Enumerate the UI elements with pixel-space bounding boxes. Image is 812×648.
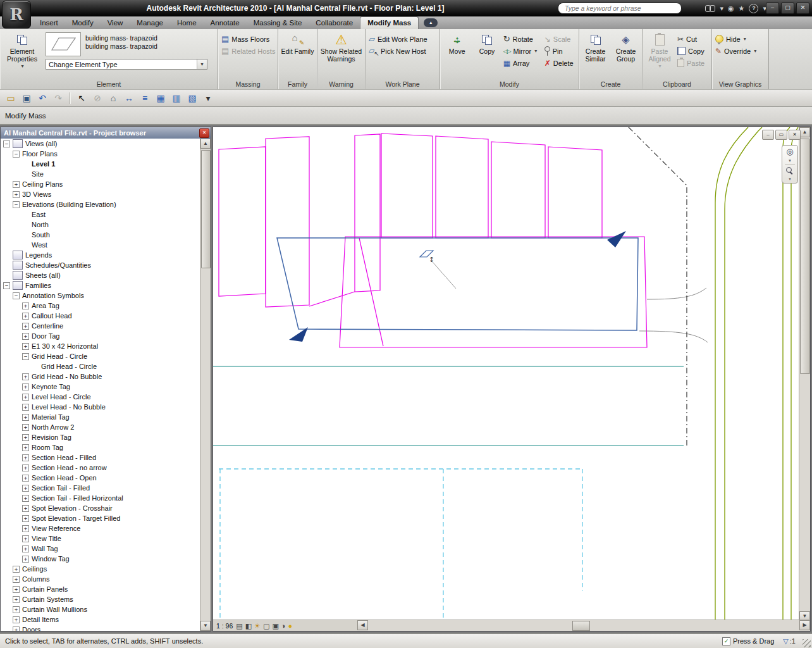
canvas-hscroll-thumb[interactable] xyxy=(572,621,590,631)
tab-annotate[interactable]: Annotate xyxy=(204,17,247,29)
tree-item-area-tag[interactable]: +Area Tag xyxy=(1,301,200,311)
application-menu-button[interactable]: R xyxy=(2,1,31,28)
toolbar-dropdown-icon[interactable]: ▾ xyxy=(201,91,215,105)
expand-icon[interactable]: + xyxy=(22,302,29,309)
tree-item-sheets-all[interactable]: Sheets (all) xyxy=(1,270,200,280)
help-search-box[interactable] xyxy=(558,3,682,14)
tree-item-east[interactable]: East xyxy=(1,209,200,220)
tab-modify-mass[interactable]: Modify Mass xyxy=(360,16,419,29)
pin-button[interactable]: Pin xyxy=(543,45,577,57)
paste-aligned-button[interactable]: Paste Aligned ▾ xyxy=(644,30,675,78)
project-browser-close-icon[interactable]: ✕ xyxy=(199,128,209,138)
expand-icon[interactable]: + xyxy=(22,383,29,390)
tree-item-south[interactable]: South xyxy=(1,230,200,240)
tree-item-floor-plans[interactable]: −Floor Plans xyxy=(1,149,200,159)
expand-icon[interactable]: + xyxy=(22,475,29,482)
tree-item-revision-tag[interactable]: +Revision Tag xyxy=(1,432,200,442)
tree-item-ceiling-plans[interactable]: +Ceiling Plans xyxy=(1,179,200,189)
expand-icon[interactable]: + xyxy=(22,535,29,542)
undo-icon[interactable]: ↶ xyxy=(35,91,49,105)
help-icon[interactable]: ? xyxy=(749,4,758,13)
collapse-icon[interactable]: − xyxy=(3,140,10,147)
expand-icon[interactable]: + xyxy=(22,525,29,532)
visibility-graphics-icon[interactable]: ▧ xyxy=(185,91,199,105)
pick-new-host-button[interactable]: ▱↖ Pick New Host xyxy=(367,45,429,57)
save-icon[interactable]: ▣ xyxy=(20,91,34,105)
tree-item-annotation-symbols[interactable]: −Annotation Symbols xyxy=(1,290,200,301)
tree-item-north-arrow-2[interactable]: +North Arrow 2 xyxy=(1,422,200,432)
drawing-canvas[interactable]: ↕ xyxy=(213,127,801,621)
tree-item-schedules-quantities[interactable]: Schedules/Quantities xyxy=(1,260,200,270)
tab-insert[interactable]: Insert xyxy=(33,17,65,29)
expand-icon[interactable]: + xyxy=(22,323,29,330)
communication-center-icon[interactable]: ◉ xyxy=(728,3,734,14)
search-binoculars-icon[interactable] xyxy=(705,5,715,11)
expand-icon[interactable]: + xyxy=(22,485,29,492)
minimize-button[interactable]: – xyxy=(766,3,779,14)
tab-view[interactable]: View xyxy=(101,17,130,29)
tree-item-curtain-wall-mullions[interactable]: +Curtain Wall Mullions xyxy=(1,604,200,614)
show-related-warnings-button[interactable]: ⚠ Show Related Warnings xyxy=(319,30,364,78)
scroll-up-icon[interactable]: ▲ xyxy=(200,139,211,149)
tree-item-site[interactable]: Site xyxy=(1,169,200,179)
browser-scroll-thumb[interactable] xyxy=(201,150,211,268)
temporary-hide-isolate-icon[interactable]: ◑ xyxy=(281,621,286,631)
steering-wheel-icon[interactable]: ◎ xyxy=(786,147,793,156)
tree-item-section-tail-filled[interactable]: +Section Tail - Filled xyxy=(1,483,200,493)
mirror-button[interactable]: ◁▷ Mirror ▾ xyxy=(501,45,543,57)
paste-aligned-dropdown-icon[interactable]: ▾ xyxy=(658,63,661,70)
close-button[interactable]: ✕ xyxy=(796,3,809,14)
expand-icon[interactable]: + xyxy=(22,434,29,441)
mdi-close-button[interactable]: ✕ xyxy=(789,130,801,140)
related-hosts-button[interactable]: ▤ Related Hosts xyxy=(219,45,277,57)
ribbon-state-toggle-button[interactable]: ▴ xyxy=(424,18,438,27)
hide-dropdown-icon[interactable]: ▾ xyxy=(744,36,746,42)
tree-item-doors[interactable]: +Doors xyxy=(1,625,200,631)
change-element-type-select[interactable]: Change Element Type ▾ xyxy=(46,59,207,70)
tab-modify[interactable]: Modify xyxy=(65,17,101,29)
zoom-icon[interactable] xyxy=(786,167,794,175)
canvas-vertical-scrollbar[interactable]: ▲ ▼ xyxy=(799,127,810,621)
copy-button[interactable]: Copy xyxy=(472,30,501,78)
browser-scrollbar[interactable]: ▲ ▼ xyxy=(200,139,211,631)
tree-item-e1-30-x-42-horizontal[interactable]: +E1 30 x 42 Horizontal xyxy=(1,341,200,351)
home-view-icon[interactable]: ⌂ xyxy=(106,91,120,105)
expand-icon[interactable]: + xyxy=(22,313,29,320)
tree-item-families[interactable]: −Families xyxy=(1,280,200,290)
detail-level-icon[interactable]: ▤ xyxy=(236,621,242,631)
rotate-button[interactable]: ↻ Rotate xyxy=(501,33,543,45)
expand-icon[interactable]: + xyxy=(22,556,29,563)
tree-item-level-head-no-bubble[interactable]: +Level Head - No Bubble xyxy=(1,402,200,412)
expand-icon[interactable]: + xyxy=(13,586,20,593)
tree-item-north[interactable]: North xyxy=(1,220,200,230)
crop-view-icon[interactable]: ▢ xyxy=(263,621,269,631)
collapse-icon[interactable]: − xyxy=(22,353,29,360)
tree-item-curtain-panels[interactable]: +Curtain Panels xyxy=(1,584,200,594)
tree-item-level-1[interactable]: Level 1 xyxy=(1,159,200,169)
expand-icon[interactable]: + xyxy=(22,343,29,350)
tree-item-wall-tag[interactable]: +Wall Tag xyxy=(1,544,200,554)
override-button[interactable]: ✎ Override ▾ xyxy=(713,45,758,57)
scale-button[interactable]: ↘ Scale xyxy=(543,33,577,45)
canvas-vscroll-thumb[interactable] xyxy=(800,139,810,374)
help-search-input[interactable] xyxy=(563,4,676,13)
tree-item-section-head-open[interactable]: +Section Head - Open xyxy=(1,473,200,483)
expand-icon[interactable]: + xyxy=(13,626,20,632)
navigation-dropdown-icon[interactable]: ▾ xyxy=(789,158,791,163)
modify-pointer-icon[interactable]: ↖ xyxy=(75,91,89,105)
element-properties-dropdown-icon[interactable]: ▾ xyxy=(21,63,23,70)
scroll-down-icon[interactable]: ▼ xyxy=(200,621,211,631)
tree-item-centerline[interactable]: +Centerline xyxy=(1,321,200,331)
cut-button[interactable]: ✂ Cut xyxy=(675,33,708,45)
detail-grid-icon[interactable]: ▦ xyxy=(154,91,168,105)
expand-icon[interactable]: + xyxy=(22,505,29,512)
tree-item-columns[interactable]: +Columns xyxy=(1,574,200,584)
expand-icon[interactable]: + xyxy=(13,616,20,623)
override-dropdown-icon[interactable]: ▾ xyxy=(754,48,756,54)
element-properties-button[interactable]: Element Properties ▾ xyxy=(1,30,43,78)
collapse-icon[interactable]: − xyxy=(13,292,20,299)
canvas-scroll-up-icon[interactable]: ▲ xyxy=(799,127,810,137)
mass-floors-button[interactable]: ▤ Mass Floors xyxy=(219,33,277,45)
tree-item-section-head-no-arrow[interactable]: +Section Head - no arrow xyxy=(1,463,200,473)
move-button[interactable]: ↔↕ Move xyxy=(441,30,472,78)
